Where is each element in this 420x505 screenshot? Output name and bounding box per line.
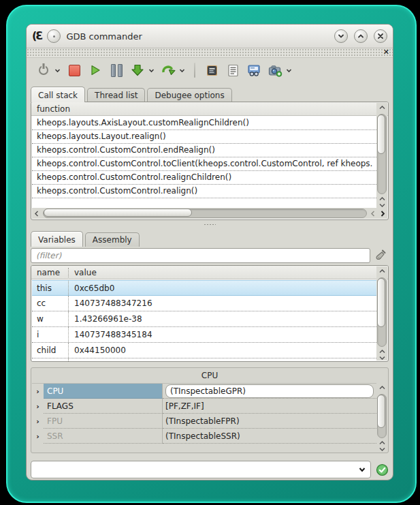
scroll-left-icon[interactable]	[32, 209, 42, 218]
filter-input[interactable]	[31, 248, 370, 263]
titlebar[interactable]: (Ɛ GDB commander	[27, 25, 393, 48]
cpu-inspector: › CPU (TInspectableGPR) › FLAGS [PF,ZF,I…	[32, 383, 376, 452]
scroll-up-icon[interactable]	[377, 196, 387, 202]
step-over-dropdown[interactable]	[179, 67, 185, 74]
tab-call-stack[interactable]: Call stack	[31, 87, 85, 102]
variable-row[interactable]: cc 140737488347216	[32, 296, 376, 311]
call-stack-row[interactable]: kheops.layouts.Layout.realign()	[32, 130, 376, 144]
variable-row[interactable]: this 0xc65db0	[32, 280, 376, 296]
filter-row	[27, 246, 393, 265]
scroll-thumb[interactable]	[377, 114, 385, 154]
column-name[interactable]: name	[31, 268, 69, 277]
call-stack-hscrollbar[interactable]	[32, 208, 387, 219]
step-over-button[interactable]	[161, 63, 176, 78]
call-stack-header[interactable]: function	[31, 102, 388, 116]
chevron-down-icon	[148, 67, 155, 74]
pause-button[interactable]	[109, 63, 124, 78]
close-button[interactable]	[374, 29, 387, 43]
dock-grip[interactable]: ✕	[27, 48, 393, 58]
call-stack-row[interactable]: kheops.control.CustomControl.toClient(kh…	[32, 157, 376, 171]
variables-header[interactable]: name value	[31, 266, 388, 279]
window-menu-button[interactable]	[47, 29, 61, 43]
screenshot-root: { "window": { "title": "GDB commander", …	[0, 0, 420, 505]
send-command-button[interactable]	[376, 463, 389, 476]
variable-name: i	[32, 327, 69, 342]
variable-row[interactable]: child 0x44150000	[32, 343, 376, 358]
add-watchpoint-dropdown[interactable]	[286, 67, 292, 74]
column-value[interactable]: value	[69, 268, 97, 277]
add-watchpoint-button[interactable]	[268, 63, 282, 78]
cpu-row[interactable]: › SSR (TInspectableSSR)	[32, 429, 376, 444]
shade-button[interactable]	[334, 29, 348, 43]
variable-value: 0x44150000	[69, 346, 376, 355]
ok-check-icon	[376, 463, 389, 476]
call-stack-vscrollbar[interactable]	[376, 103, 387, 208]
chevron-down-icon	[358, 465, 366, 474]
scroll-down-icon[interactable]	[377, 446, 387, 452]
scroll-up-icon[interactable]	[377, 440, 387, 446]
scroll-down-icon[interactable]	[377, 202, 387, 208]
variable-value: 140737488347216	[69, 299, 376, 308]
cpu-row-value: (TInspectableFPR)	[163, 414, 376, 429]
scroll-thumb[interactable]	[377, 395, 385, 428]
tab-thread-list[interactable]: Thread list	[87, 88, 145, 102]
top-tabs: Call stack Thread list Debugee options	[27, 84, 393, 102]
scroll-left-icon[interactable]	[368, 209, 378, 218]
tab-variables[interactable]: Variables	[31, 231, 83, 247]
chevron-down-icon	[338, 33, 344, 40]
maximize-button[interactable]	[354, 29, 368, 43]
step-into-button[interactable]	[130, 63, 145, 78]
watch-icon	[247, 64, 261, 77]
middle-tabs: Variables Assembly	[27, 230, 393, 246]
step-into-dropdown[interactable]	[148, 67, 155, 74]
power-dropdown[interactable]	[54, 67, 61, 74]
variables-vscrollbar[interactable]	[376, 266, 387, 361]
watch-variables-button[interactable]	[246, 63, 261, 78]
stop-button[interactable]	[67, 63, 82, 78]
variable-row[interactable]: h 1.43266961e-38	[32, 358, 376, 362]
cpu-row[interactable]: › FLAGS [PF,ZF,IF]	[32, 399, 376, 414]
scroll-up-icon[interactable]	[377, 103, 387, 112]
scroll-thumb[interactable]	[377, 278, 385, 327]
call-stack-row[interactable]: kheops.control.CustomControl.realign()	[32, 185, 376, 198]
output-log-button[interactable]	[225, 63, 240, 78]
scroll-down-icon[interactable]	[377, 354, 387, 361]
scroll-up-icon[interactable]	[377, 266, 387, 276]
app-icon: (Ɛ	[32, 31, 42, 42]
scroll-up-icon[interactable]	[377, 348, 387, 354]
variable-name: cc	[32, 296, 69, 311]
cpu-view-button[interactable]	[204, 63, 219, 78]
debug-toolbar	[27, 58, 393, 82]
cpu-row-value: (TInspectableGPR)	[163, 384, 376, 399]
scroll-thumb[interactable]	[44, 209, 192, 217]
gdb-commander-window: (Ɛ GDB commander ✕	[26, 24, 393, 480]
scroll-right-icon[interactable]	[378, 209, 387, 218]
cpu-row[interactable]: › CPU (TInspectableGPR)	[32, 384, 376, 399]
chevron-down-icon	[54, 67, 61, 74]
power-button[interactable]	[36, 63, 51, 78]
cpu-row-name: SSR	[44, 429, 163, 444]
scroll-up-icon[interactable]	[377, 383, 387, 393]
expand-arrow-icon[interactable]: ›	[32, 399, 44, 414]
gdb-command-combobox[interactable]	[31, 461, 371, 478]
call-stack-row[interactable]: kheops.layouts.AxisLayout.customRealignC…	[32, 117, 376, 130]
cpu-row[interactable]: › FPU (TInspectableFPR)	[32, 414, 376, 429]
panel-splitter[interactable]	[27, 220, 393, 228]
cpu-vscrollbar[interactable]	[376, 383, 387, 452]
expand-arrow-icon[interactable]: ›	[32, 414, 44, 429]
run-button[interactable]	[88, 63, 103, 78]
variable-name: this	[32, 281, 69, 295]
expand-arrow-icon[interactable]: ›	[32, 429, 44, 444]
tab-assembly[interactable]: Assembly	[85, 232, 140, 247]
dock-close-button[interactable]: ✕	[383, 48, 389, 57]
variable-row[interactable]: w 1.43266961e-38	[32, 311, 376, 327]
tab-debugee-options[interactable]: Debugee options	[147, 88, 231, 102]
cpu-row-name: FLAGS	[44, 399, 163, 414]
cpu-value-field[interactable]: (TInspectableGPR)	[165, 384, 374, 398]
broom-icon	[374, 249, 388, 262]
variable-row[interactable]: i 140737488345184	[32, 327, 376, 343]
call-stack-row[interactable]: kheops.control.CustomControl.realignChil…	[32, 171, 376, 185]
call-stack-row[interactable]: kheops.control.CustomControl.endRealign(…	[32, 144, 376, 157]
clear-filter-button[interactable]	[374, 248, 389, 263]
expand-arrow-icon[interactable]: ›	[32, 384, 44, 399]
